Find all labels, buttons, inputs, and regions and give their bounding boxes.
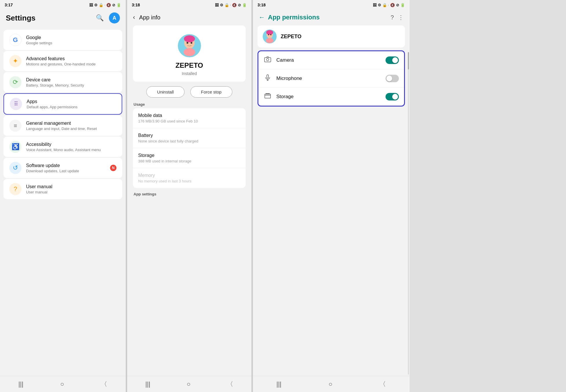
back-btn-3[interactable]: 〈 bbox=[379, 380, 386, 389]
settings-list: G Google Google settings ✦ Advanced feat… bbox=[0, 27, 126, 376]
advanced-text: Advanced features Motions and gestures, … bbox=[26, 56, 116, 66]
svg-point-9 bbox=[266, 38, 273, 43]
software-icon: ↺ bbox=[9, 162, 21, 174]
perm-item-storage[interactable]: Storage bbox=[258, 88, 404, 106]
permissions-box: Camera Microphone bbox=[258, 50, 405, 107]
accessibility-icon: ♿ bbox=[9, 141, 21, 153]
header-icons: 🔍 A bbox=[96, 12, 120, 23]
back-btn[interactable]: 〈 bbox=[101, 380, 107, 389]
settings-item-google[interactable]: G Google Google settings bbox=[3, 30, 122, 50]
google-icon: G bbox=[9, 34, 21, 46]
memory-sub: No memory used in last 3 hours bbox=[138, 179, 240, 183]
status-bar-2: 3:18 🖼 ⚙ 🔒 · 🔇 ⊘ 🔋 bbox=[127, 0, 251, 9]
settings-item-apps[interactable]: ⠿ Apps Default apps, App permissions bbox=[3, 93, 122, 115]
software-badge: N bbox=[110, 165, 116, 171]
bottom-nav-3: ||| ○ 〈 bbox=[253, 376, 410, 392]
apps-title: Apps bbox=[27, 99, 116, 104]
general-icon: ≡ bbox=[9, 120, 21, 132]
status-time-2: 3:18 bbox=[132, 3, 140, 7]
storage-title: Storage bbox=[138, 153, 240, 158]
avatar[interactable]: A bbox=[109, 12, 120, 23]
app-perm-name: ZEPETO bbox=[281, 34, 302, 40]
bottom-nav-1: ||| ○ 〈 bbox=[0, 376, 126, 392]
alarm-icon-3: ⊘ bbox=[396, 3, 399, 7]
camera-toggle[interactable] bbox=[386, 56, 399, 64]
home-btn-2[interactable]: ○ bbox=[187, 380, 190, 388]
status-icons-1: 🖼 ⚙ 🔒 · 🔇 ⊘ 🔋 bbox=[89, 3, 121, 7]
status-bar-3: 3:18 🖼 ⚙ 🔒 · 🔇 ⊘ 🔋 bbox=[253, 0, 410, 9]
accessibility-subtitle: Voice Assistant, Mono audio, Assistant m… bbox=[26, 148, 116, 152]
alarm-icon: ⊘ bbox=[112, 3, 115, 7]
search-icon[interactable]: 🔍 bbox=[96, 14, 104, 22]
battery-icon: 🔋 bbox=[116, 3, 121, 7]
google-title: Google bbox=[26, 35, 116, 40]
settings-item-accessibility[interactable]: ♿ Accessibility Voice Assistant, Mono au… bbox=[3, 137, 122, 157]
google-subtitle: Google settings bbox=[26, 41, 116, 45]
device-care-icon: ⟳ bbox=[9, 76, 21, 88]
settings-item-advanced[interactable]: ✦ Advanced features Motions and gestures… bbox=[3, 51, 122, 71]
svg-rect-14 bbox=[267, 75, 269, 78]
memory-title: Memory bbox=[138, 173, 240, 178]
manual-subtitle: User manual bbox=[26, 190, 116, 194]
app-info-panel: 3:18 🖼 ⚙ 🔒 · 🔇 ⊘ 🔋 ‹ App info bbox=[127, 0, 252, 392]
microphone-toggle[interactable] bbox=[386, 75, 399, 82]
zepeto-small-avatar bbox=[263, 30, 277, 43]
svg-point-13 bbox=[266, 58, 269, 61]
help-icon[interactable]: ? bbox=[390, 14, 394, 21]
usage-mobile-data[interactable]: Mobile data 176 MB/3.90 GB used since Fe… bbox=[133, 108, 246, 128]
settings-item-general[interactable]: ≡ General management Language and input,… bbox=[3, 116, 122, 136]
zepeto-avatar-svg bbox=[178, 34, 201, 57]
more-options-icon[interactable]: ⋮ bbox=[398, 14, 404, 21]
permissions-header-icons: ? ⋮ bbox=[390, 14, 403, 21]
app-perm-icon bbox=[263, 30, 277, 43]
svg-point-3 bbox=[184, 48, 195, 56]
manual-title: User manual bbox=[26, 184, 116, 189]
lock-icon-3: 🔒 bbox=[382, 3, 387, 7]
back-btn-2[interactable]: 〈 bbox=[227, 380, 233, 389]
status-bar-1: 3:17 🖼 ⚙ 🔒 · 🔇 ⊘ 🔋 bbox=[0, 0, 126, 9]
recent-apps-btn-2[interactable]: ||| bbox=[145, 380, 150, 388]
usage-storage[interactable]: Storage 388 MB used in internal storage bbox=[133, 148, 246, 168]
recent-apps-btn[interactable]: ||| bbox=[19, 380, 23, 388]
settings-header: Settings 🔍 A bbox=[0, 9, 126, 27]
uninstall-button[interactable]: Uninstall bbox=[146, 86, 185, 98]
perm-item-microphone[interactable]: Microphone bbox=[258, 69, 404, 88]
usage-label: Usage bbox=[134, 102, 246, 107]
back-arrow[interactable]: ‹ bbox=[133, 14, 135, 21]
recent-apps-btn-3[interactable]: ||| bbox=[276, 380, 281, 388]
app-settings-label: App settings bbox=[134, 192, 246, 196]
settings-icon-2: ⚙ bbox=[220, 3, 223, 7]
app-icon-section: ZEPETO Installed bbox=[133, 25, 246, 82]
general-text: General management Language and input, D… bbox=[26, 121, 116, 131]
image-icon-2: 🖼 bbox=[215, 3, 219, 7]
svg-point-2 bbox=[184, 35, 195, 42]
camera-label: Camera bbox=[276, 57, 381, 63]
force-stop-button[interactable]: Force stop bbox=[190, 86, 232, 98]
accessibility-text: Accessibility Voice Assistant, Mono audi… bbox=[26, 142, 116, 152]
storage-toggle[interactable] bbox=[386, 93, 399, 100]
manual-text: User manual User manual bbox=[26, 184, 116, 194]
app-name: ZEPETO bbox=[176, 61, 203, 69]
background-fill bbox=[410, 0, 566, 392]
device-care-title: Device care bbox=[26, 77, 116, 83]
usage-battery[interactable]: Battery None since device last fully cha… bbox=[133, 128, 246, 148]
advanced-subtitle: Motions and gestures, One-handed mode bbox=[26, 62, 116, 66]
settings-item-software[interactable]: ↺ Software update Download updates, Last… bbox=[3, 158, 122, 178]
general-title: General management bbox=[26, 121, 116, 126]
apps-subtitle: Default apps, App permissions bbox=[27, 105, 116, 109]
settings-item-device-care[interactable]: ⟳ Device care Battery, Storage, Memory, … bbox=[3, 72, 122, 92]
manual-icon: ? bbox=[9, 183, 21, 195]
storage-label: Storage bbox=[276, 94, 381, 100]
home-btn[interactable]: ○ bbox=[60, 380, 64, 388]
advanced-icon: ✦ bbox=[9, 55, 21, 67]
permissions-back-arrow[interactable]: ← bbox=[259, 14, 265, 21]
perm-item-camera[interactable]: Camera bbox=[258, 51, 404, 69]
apps-icon: ⠿ bbox=[10, 98, 22, 110]
home-btn-3[interactable]: ○ bbox=[328, 380, 332, 388]
usage-memory[interactable]: Memory No memory used in last 3 hours bbox=[133, 168, 246, 188]
storage-sub: 388 MB used in internal storage bbox=[138, 159, 240, 163]
accessibility-title: Accessibility bbox=[26, 142, 116, 147]
battery-icon-3: 🔋 bbox=[400, 3, 405, 7]
settings-item-manual[interactable]: ? User manual User manual bbox=[3, 179, 122, 199]
storage-icon bbox=[264, 92, 272, 101]
